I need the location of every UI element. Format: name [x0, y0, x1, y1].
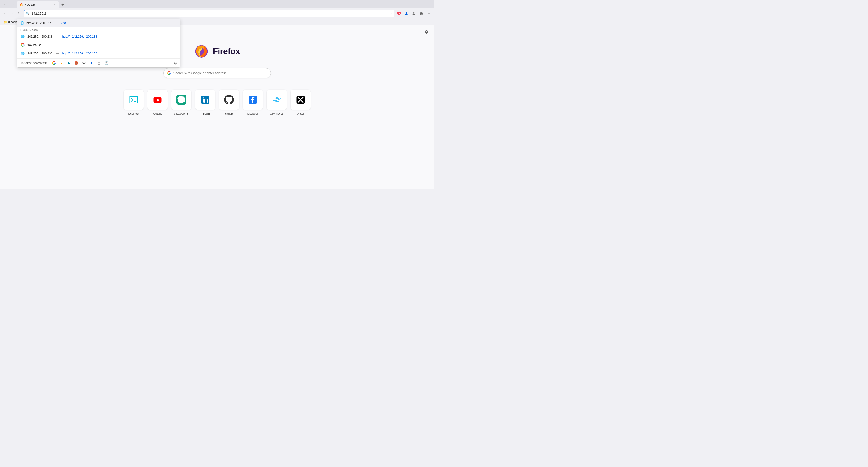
shortcut-linkedin[interactable]: linkedin	[195, 90, 215, 115]
search-with-label: This time, search with:	[20, 61, 48, 65]
tailwindcss-icon	[272, 95, 282, 105]
shortcut-tile-facebook	[243, 90, 263, 110]
toolbar-nav: ← → ↻	[2, 10, 23, 17]
tab-bar: ← → 🔥 New tab × +	[0, 0, 434, 8]
page-search-input[interactable]	[174, 71, 267, 75]
svg-text:🦆: 🦆	[75, 62, 78, 64]
shortcut-twitter[interactable]: twitter	[290, 90, 311, 115]
address-bar-container: 🔍 → 🌐 http://142.250.0.2/ — Visit Firefo…	[24, 10, 394, 17]
localhost-icon	[129, 95, 138, 105]
shortcut-localhost[interactable]: localhost	[124, 90, 144, 115]
search-engine-history[interactable]: 🕐	[104, 61, 109, 66]
dropdown-item-globe-icon-0: 🌐	[20, 34, 25, 39]
dropdown-item-2[interactable]: 🌐 142.250.200.238 — http://142.250.200.2…	[17, 49, 180, 58]
facebook-icon	[248, 95, 258, 105]
search-engine-amazon[interactable]: a	[59, 61, 64, 66]
reload-button[interactable]: ↻	[16, 10, 23, 17]
search-engine-tabs[interactable]: ▢	[96, 61, 101, 66]
shortcut-tile-chatopenai	[171, 90, 191, 110]
extensions-button[interactable]	[418, 10, 425, 17]
shortcut-label-linkedin: linkedin	[200, 112, 210, 115]
shortcuts-grid: localhost youtube chat.openai	[124, 90, 311, 115]
shortcut-tile-localhost	[124, 90, 144, 110]
forward-button[interactable]: →	[9, 1, 16, 8]
shortcut-tile-linkedin	[195, 90, 215, 110]
new-tab-button[interactable]: +	[60, 2, 65, 7]
dropdown-item-1[interactable]: 142.250.2	[17, 41, 180, 49]
search-engine-google[interactable]	[52, 61, 57, 66]
toolbar: ← → ↻ 🔍 → 🌐 http://142.250.0.2/ — Visit …	[0, 8, 434, 19]
shortcut-label-facebook: facebook	[247, 112, 258, 115]
firefox-branding: Firefox	[194, 44, 240, 59]
browser-chrome: ← → 🔥 New tab × + ← → ↻ 🔍 → 🌐 htt	[0, 0, 434, 25]
dropdown-settings-icon[interactable]: ⚙	[174, 61, 177, 65]
dropdown-item-text-bold-1: 142.250.2	[27, 43, 41, 47]
address-bar-input[interactable]	[24, 10, 394, 17]
dropdown-item-main-rest-0: 200.238	[41, 35, 53, 38]
shortcut-facebook[interactable]: facebook	[243, 90, 263, 115]
account-button[interactable]	[411, 10, 417, 17]
dropdown-item-dash-2: —	[56, 52, 59, 55]
pocket-button[interactable]	[396, 10, 402, 17]
dropdown-item-url-pre-2: http://	[62, 52, 70, 55]
dropdown-item-main-rest-2: 200.238	[41, 52, 53, 55]
back-nav-button[interactable]: ←	[2, 10, 8, 17]
chatgpt-icon	[177, 95, 186, 105]
shortcut-label-chatopenai: chat.openai	[174, 112, 188, 115]
page-settings-button[interactable]	[423, 28, 430, 35]
twitter-x-icon	[296, 95, 306, 105]
dropdown-item-main-bold-0: 142.250.	[27, 35, 39, 38]
shortcut-tile-github	[219, 90, 239, 110]
back-button[interactable]: ←	[2, 1, 8, 8]
address-bar-go-button[interactable]: →	[390, 12, 393, 15]
linkedin-icon	[200, 95, 210, 105]
address-search-icon: 🔍	[26, 12, 29, 15]
dropdown-item-main-bold-2: 142.250.	[27, 52, 39, 55]
shortcut-label-localhost: localhost	[128, 112, 139, 115]
dropdown-search-with: This time, search with: a b	[17, 58, 180, 67]
shortcut-label-github: github	[225, 112, 233, 115]
search-engine-duckduckgo[interactable]: 🦆	[74, 61, 79, 66]
toolbar-right: ≡	[396, 10, 432, 17]
bookmark-folder-icon-0: 📁	[4, 21, 7, 24]
dropdown-item-url-bold-0: 142.250.	[72, 35, 84, 38]
search-engine-wikipedia[interactable]: W	[81, 61, 87, 66]
dropdown-visit-item[interactable]: 🌐 http://142.250.0.2/ — Visit	[17, 19, 180, 27]
search-container	[163, 68, 271, 78]
github-icon	[224, 95, 234, 105]
firefox-title: Firefox	[213, 46, 240, 56]
svg-point-2	[413, 12, 414, 13]
tab-close-button[interactable]: ×	[52, 3, 56, 6]
dropdown-item-google-icon-1	[20, 42, 25, 47]
dropdown-item-url-rest-0: 200.238	[86, 35, 97, 38]
search-engine-bing[interactable]: b	[66, 61, 71, 66]
shortcut-youtube[interactable]: youtube	[148, 90, 167, 115]
search-input-wrapper	[163, 68, 271, 78]
shortcut-chatopenai[interactable]: chat.openai	[171, 90, 191, 115]
downloads-button[interactable]	[403, 10, 410, 17]
dropdown-item-0[interactable]: 🌐 142.250.200.238 — http://142.250.200.2…	[17, 32, 180, 41]
firefox-suggest-label: Firefox Suggest	[17, 27, 180, 32]
dropdown-item-url-pre-0: http://	[62, 35, 70, 38]
shortcut-tile-twitter	[290, 90, 311, 110]
tab-label: New tab	[25, 3, 35, 6]
google-search-icon	[167, 71, 171, 75]
dropdown-visit-url: http://142.250.0.2/	[26, 21, 51, 25]
dropdown-item-url-rest-2: 200.238	[86, 52, 97, 55]
menu-button[interactable]: ≡	[426, 10, 432, 17]
dropdown-item-globe-icon-2: 🌐	[20, 51, 25, 56]
dropdown-visit-label: Visit	[61, 21, 66, 25]
tab-favicon: 🔥	[20, 3, 23, 6]
dropdown-item-dash-0: —	[56, 35, 59, 38]
shortcut-tile-youtube	[148, 90, 167, 110]
search-engine-bookmarks[interactable]: ★	[89, 61, 94, 66]
dropdown-item-url-bold-2: 142.250.	[72, 52, 84, 55]
shortcut-tailwindcss[interactable]: tailwindcss	[267, 90, 287, 115]
shortcut-tile-tailwindcss	[267, 90, 287, 110]
forward-nav-button[interactable]: →	[9, 10, 16, 17]
shortcut-label-twitter: twitter	[297, 112, 304, 115]
firefox-logo	[194, 44, 209, 59]
dropdown-globe-icon: 🌐	[20, 21, 24, 25]
tab-new-tab[interactable]: 🔥 New tab ×	[17, 1, 59, 8]
shortcut-github[interactable]: github	[219, 90, 239, 115]
